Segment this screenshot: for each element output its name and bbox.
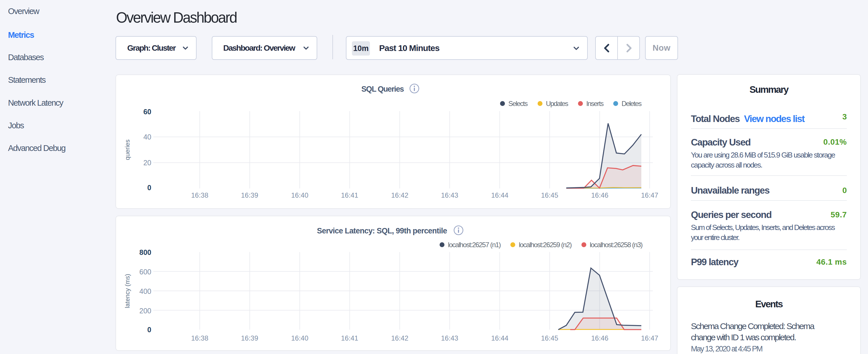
svg-text:16:46: 16:46 [591,334,608,342]
svg-text:latency (ms): latency (ms) [124,274,131,308]
svg-text:16:40: 16:40 [291,334,308,342]
svg-text:16:46: 16:46 [591,191,608,199]
svg-text:16:38: 16:38 [191,191,208,199]
svg-text:16:42: 16:42 [391,334,408,342]
svg-text:16:45: 16:45 [541,334,558,342]
svg-text:0: 0 [147,326,151,334]
svg-text:16:40: 16:40 [291,191,308,199]
svg-text:800: 800 [139,248,151,256]
svg-text:40: 40 [143,133,151,141]
svg-text:16:39: 16:39 [241,191,258,199]
svg-text:16:47: 16:47 [641,334,658,342]
svg-text:queries: queries [124,139,131,160]
svg-text:16:41: 16:41 [341,191,358,199]
svg-text:16:44: 16:44 [491,334,508,342]
svg-text:16:43: 16:43 [441,334,458,342]
svg-text:200: 200 [139,307,151,315]
svg-text:16:42: 16:42 [391,191,408,199]
svg-text:20: 20 [143,159,151,167]
svg-text:16:47: 16:47 [641,191,658,199]
svg-text:16:44: 16:44 [491,191,508,199]
svg-text:0: 0 [147,184,151,192]
svg-text:600: 600 [139,268,151,276]
svg-text:16:45: 16:45 [541,191,558,199]
svg-text:16:38: 16:38 [191,334,208,342]
svg-text:16:43: 16:43 [441,191,458,199]
svg-text:16:39: 16:39 [241,334,258,342]
svg-text:60: 60 [143,108,151,116]
svg-text:16:41: 16:41 [341,334,358,342]
svg-text:400: 400 [139,287,151,295]
